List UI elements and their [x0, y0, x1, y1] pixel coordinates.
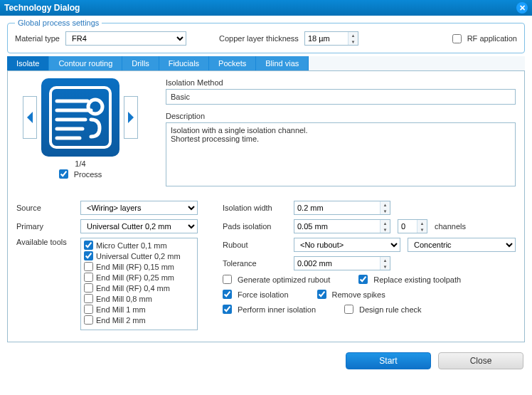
pcb-isolation-icon [48, 85, 112, 149]
svg-point-2 [88, 100, 102, 114]
available-tools-list[interactable]: Micro Cutter 0,1 mmUniversal Cutter 0,2 … [80, 238, 198, 330]
preview-counter: 1/4 [75, 159, 85, 168]
tab-isolate[interactable]: Isolate [7, 56, 49, 70]
description-label: Description [166, 112, 516, 120]
primary-label: Primary [16, 222, 80, 231]
isolation-width-label: Isolation width [223, 204, 287, 212]
source-select[interactable]: <Wiring> layers [80, 201, 198, 215]
list-item[interactable]: End Mill 0,8 mm [83, 293, 196, 304]
material-type-label: Material type [15, 34, 60, 43]
isolation-width-field[interactable]: ▲▼ [294, 201, 390, 215]
rubout-select[interactable]: <No rubout> [294, 238, 400, 252]
process-checkbox[interactable]: Process [59, 169, 102, 179]
list-item[interactable]: End Mill 2 mm [83, 315, 196, 325]
rubout-label: Rubout [223, 241, 287, 249]
start-button[interactable]: Start [346, 352, 431, 369]
tolerance-label: Tolerance [223, 259, 287, 268]
list-item[interactable]: End Mill (RF) 0,15 mm [83, 261, 196, 272]
copper-thickness-label: Copper layer thickness [219, 34, 299, 43]
close-button[interactable]: Close [438, 352, 523, 369]
global-settings-legend: Global process settings [15, 19, 102, 27]
perform-inner-isolation-checkbox[interactable]: Perform inner isolation [223, 305, 316, 314]
pads-isolation-field[interactable]: ▲▼ [294, 219, 390, 233]
material-type-select[interactable]: FR4 [65, 31, 186, 46]
tolerance-field[interactable]: ▲▼ [294, 256, 390, 270]
preview-prev-button[interactable] [23, 96, 37, 139]
tab-contour-routing[interactable]: Contour routing [49, 56, 122, 70]
isolation-method-label: Isolation Method [166, 78, 516, 87]
list-item[interactable]: End Mill (RF) 0,4 mm [83, 283, 196, 293]
preview-next-button[interactable] [124, 96, 138, 139]
tab-blind-vias[interactable]: Blind vias [256, 56, 309, 70]
svg-marker-3 [128, 112, 134, 123]
force-isolation-checkbox[interactable]: Force isolation [223, 290, 289, 299]
channels-label: channels [435, 222, 466, 231]
spin-down-icon[interactable]: ▼ [349, 38, 358, 45]
list-item[interactable]: Micro Cutter 0,1 mm [83, 240, 196, 251]
primary-select[interactable]: Universal Cutter 0,2 mm [80, 219, 198, 233]
available-tools-label: Available tools [16, 238, 80, 246]
list-item[interactable]: Universal Cutter 0,2 mm [83, 251, 196, 261]
list-item[interactable]: End Mill (RF) 0,25 mm [83, 272, 196, 283]
copper-thickness-field[interactable]: ▲▼ [304, 31, 358, 46]
pads-isolation-label: Pads isolation [223, 222, 287, 231]
dialog-title: Technology Dialog [4, 3, 80, 13]
isolation-method-field[interactable]: Basic [166, 89, 516, 105]
rf-application-checkbox[interactable]: RF application [452, 34, 517, 43]
replace-existing-toolpath-checkbox[interactable]: Replace existing toolpath [358, 275, 461, 284]
tab-pockets[interactable]: Pockets [209, 56, 256, 70]
tab-fiducials[interactable]: Fiducials [159, 56, 209, 70]
rubout-mode-select[interactable]: Concentric [408, 238, 516, 252]
remove-spikes-checkbox[interactable]: Remove spikes [317, 290, 385, 299]
design-rule-check-checkbox[interactable]: Design rule check [344, 305, 421, 314]
chevron-left-icon [26, 111, 34, 124]
pads-channels-field[interactable]: ▲▼ [398, 219, 427, 233]
global-settings-group: Global process settings Material type FR… [7, 19, 525, 53]
source-label: Source [16, 204, 80, 212]
spin-up-icon[interactable]: ▲ [349, 32, 358, 38]
list-item[interactable]: End Mill 1 mm [83, 304, 196, 315]
tab-bar: Isolate Contour routing Drills Fiducials… [7, 56, 525, 70]
tab-drills[interactable]: Drills [122, 56, 159, 70]
chevron-right-icon [127, 111, 135, 124]
description-field: Isolation with a single isolation channe… [166, 122, 516, 186]
close-icon[interactable]: ✕ [516, 2, 528, 14]
generate-optimized-rubout-checkbox[interactable]: Generate optimized rubout [223, 275, 330, 284]
isolation-preview-thumbnail [41, 78, 119, 157]
svg-marker-0 [27, 112, 33, 123]
